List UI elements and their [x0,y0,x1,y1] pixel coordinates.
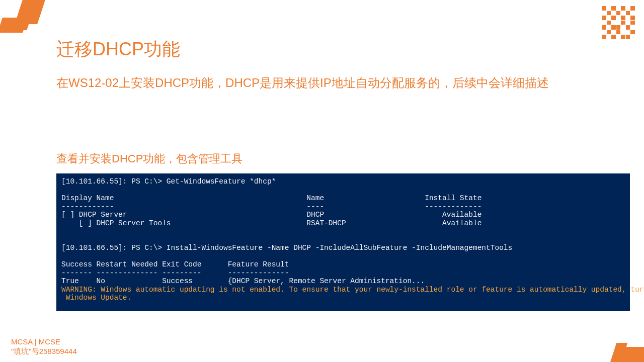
footer-line-1: MCSA | MCSE [11,337,77,346]
terminal-line: ------- -------------- --------- -------… [61,269,289,277]
slide-footer: MCSA | MCSE "填坑"号258359444 [11,337,77,356]
section-heading: 查看并安装DHCP功能，包含管理工具 [56,151,624,166]
terminal-warning: WARNING: Windows automatic updating is n… [61,286,644,302]
terminal-line: True No Success {DHCP Server, Remote Ser… [61,277,425,285]
decoration-bottom-right [594,332,644,362]
slide-content: 迁移DHCP功能 在WS12-02上安装DHCP功能，DHCP是用来提供IP地址… [56,37,624,311]
slide-subtitle: 在WS12-02上安装DHCP功能，DHCP是用来提供IP地址自动分配服务的，后… [56,75,624,91]
footer-line-2: "填坑"号258359444 [11,346,77,356]
decoration-top-left [0,0,45,35]
terminal-line: [10.101.66.55]: PS C:\> Get-WindowsFeatu… [61,177,276,186]
terminal-line: [10.101.66.55]: PS C:\> Install-WindowsF… [61,244,512,252]
terminal-line: ------------ ---- ------------- [61,203,481,211]
powershell-terminal: [10.101.66.55]: PS C:\> Get-WindowsFeatu… [56,173,630,311]
terminal-line: Display Name Name Install State [61,194,481,202]
qr-code [602,6,635,39]
terminal-line: [ ] DHCP Server DHCP Available [61,211,481,219]
terminal-line: [ ] DHCP Server Tools RSAT-DHCP Availabl… [61,219,481,227]
slide-title: 迁移DHCP功能 [56,37,624,62]
terminal-line: Success Restart Needed Exit Code Feature… [61,260,289,268]
